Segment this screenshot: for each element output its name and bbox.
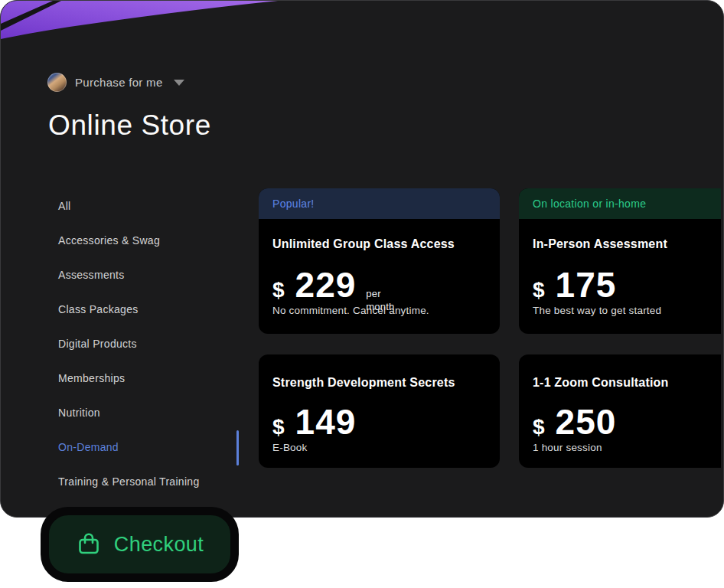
sidebar-item-digital-products[interactable]: Digital Products [58,326,242,361]
currency-symbol: $ [272,278,285,302]
product-price: 149 [295,404,357,439]
product-name: 1-1 Zoom Consultation [533,376,669,390]
product-grid: Popular! Unlimited Group Class Access $ … [259,188,721,469]
product-description: No commitment. Cancel anytime. [272,305,429,316]
product-price-row: $ 250 [533,404,616,439]
sidebar-item-label: Memberships [58,372,125,384]
sidebar-item-accessories-swag[interactable]: Accessories & Swag [58,223,242,257]
sidebar-item-label: On-Demand [58,441,119,453]
currency-symbol: $ [533,278,545,302]
checkout-label: Checkout [114,533,204,557]
currency-symbol: $ [533,415,545,439]
product-price: 175 [556,267,617,302]
online-store-panel: Purchase for me Online Store All Accesso… [0,0,724,518]
category-sidebar: All Accessories & Swag Assessments Class… [58,188,242,498]
sidebar-item-label: Training & Personal Training [58,475,200,488]
product-card-strength-development-secrets[interactable]: Strength Development Secrets $ 149 E-Boo… [259,354,500,468]
sidebar-item-label: Assessments [58,269,125,281]
product-description: 1 hour session [533,442,602,453]
checkout-button[interactable]: Checkout [41,507,239,582]
product-card-unlimited-group-class-access[interactable]: Popular! Unlimited Group Class Access $ … [259,188,500,334]
sidebar-item-label: Digital Products [58,338,137,350]
product-name: Strength Development Secrets [272,376,455,390]
product-description: The best way to get started [533,305,661,316]
sidebar-item-label: Nutrition [58,407,100,419]
product-card-in-person-assessment[interactable]: On location or in-home In-Person Assessm… [519,188,721,334]
product-description: E-Book [272,442,307,453]
sidebar-item-label: All [58,200,70,212]
product-name: In-Person Assessment [533,237,667,251]
chevron-down-icon [174,80,184,86]
sidebar-item-assessments[interactable]: Assessments [58,257,242,292]
shopping-bag-icon [76,531,102,557]
screenshot-stage: Purchase for me Online Store All Accesso… [0,0,724,588]
product-name: Unlimited Group Class Access [272,237,455,251]
product-price: 250 [556,404,617,439]
product-price-row: $ 149 [272,404,356,439]
location-badge: On location or in-home [519,188,721,219]
sidebar-item-all[interactable]: All [58,188,242,223]
product-price: 229 [295,267,357,302]
product-price-row: $ 175 [533,267,616,302]
sidebar-item-memberships[interactable]: Memberships [58,361,242,395]
active-category-indicator [236,430,239,466]
purchase-for-label: Purchase for me [75,76,163,89]
sidebar-item-nutrition[interactable]: Nutrition [58,395,242,430]
purple-banner-decoration [1,1,292,47]
sidebar-item-label: Accessories & Swag [58,234,160,247]
sidebar-item-on-demand[interactable]: On-Demand [58,430,242,464]
billing-period-line1: per [366,288,380,299]
popular-badge: Popular! [259,188,500,219]
sidebar-item-class-packages[interactable]: Class Packages [58,292,242,326]
purchase-for-selector[interactable]: Purchase for me [47,73,184,92]
sidebar-item-label: Class Packages [58,303,139,315]
avatar [47,73,67,92]
page-title: Online Store [48,109,211,142]
sidebar-item-training-personal-training[interactable]: Training & Personal Training [58,464,242,498]
currency-symbol: $ [272,415,285,439]
product-card-1-1-zoom-consultation[interactable]: 1-1 Zoom Consultation $ 250 1 hour sessi… [519,354,721,468]
